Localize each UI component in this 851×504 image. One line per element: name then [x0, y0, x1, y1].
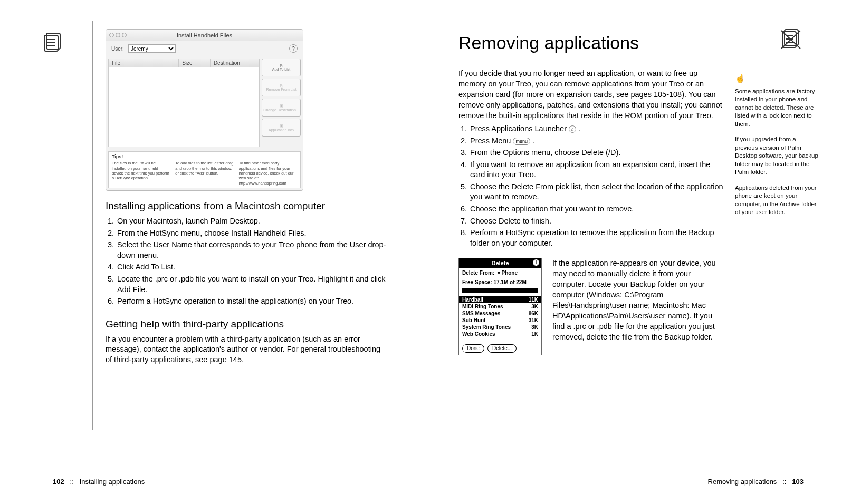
user-dropdown[interactable]: Jeremy: [128, 44, 176, 53]
removing-step: From the Options menu, choose Delete (/D…: [469, 148, 724, 158]
delete-app-item[interactable]: Sub Hunt31K: [462, 317, 538, 324]
removing-step: Choose the Delete From pick list, then s…: [469, 182, 724, 202]
left-page: Install Handheld Files User: Jeremy ? Fi…: [0, 0, 429, 504]
removing-step: If you want to remove an application fro…: [469, 160, 724, 180]
heading-install-mac: Installing applications from a Macintosh…: [106, 200, 387, 212]
heading-third-party-help: Getting help with third-party applicatio…: [106, 318, 387, 330]
tips-title: Tips!: [112, 154, 297, 160]
tips-panel: Tips! The files in the list will be inst…: [108, 151, 301, 188]
right-page: Removing applications If you decide that…: [429, 0, 851, 504]
install-step: Select the User Name that corresponds to…: [116, 240, 387, 260]
removing-apps-icon: [779, 25, 805, 51]
install-handheld-files-screenshot: Install Handheld Files User: Jeremy ? Fi…: [106, 29, 303, 191]
left-vertical-rule: [92, 21, 93, 430]
col-destination: Destination: [211, 59, 259, 67]
delete-app-item[interactable]: MIDI Ring Tones3K: [462, 303, 538, 310]
removing-intro: If you decide that you no longer need an…: [458, 68, 724, 121]
footer-section-label: Installing applications: [80, 478, 145, 486]
footer-right: Removing applications :: 103: [708, 478, 804, 486]
launcher-icon: ⌂: [569, 125, 576, 133]
install-step: Locate the .prc or .pdb file you want to…: [116, 274, 387, 295]
removing-step: Choose the application that you want to …: [469, 204, 724, 215]
delete-from-picklist[interactable]: ▾ Phone: [496, 269, 518, 277]
delete-app-list[interactable]: Hardball11KMIDI Ring Tones3KSMS Messages…: [459, 295, 541, 340]
delete-button[interactable]: Delete...: [487, 344, 517, 353]
delete-app-item[interactable]: Hardball11K: [459, 296, 541, 303]
done-button[interactable]: Done: [462, 344, 484, 353]
install-steps: On your Macintosh, launch Palm Desktop. …: [106, 216, 387, 307]
help-icon[interactable]: ?: [289, 44, 298, 53]
user-label: User:: [111, 46, 124, 52]
removing-step: Perform a HotSync operation to remove th…: [469, 228, 724, 248]
right-vertical-rule: [726, 21, 726, 430]
delete-app-item[interactable]: Web Cookies1K: [462, 331, 538, 337]
window-title: Install Handheld Files: [106, 32, 303, 38]
remove-from-list-button[interactable]: ⎘Remove From List: [262, 79, 301, 96]
menu-icon: menu: [513, 138, 530, 145]
free-space-bar: [462, 288, 538, 293]
delete-app-item[interactable]: System Ring Tones3K: [462, 324, 538, 331]
tip-2: To add files to the list, either drag an…: [175, 161, 233, 186]
removing-step: Choose Delete to finish.: [469, 216, 724, 227]
delete-from-row: Delete From: ▾ Phone: [459, 268, 541, 278]
removing-step: Press Menu menu .: [469, 136, 724, 147]
install-step: Click Add To List.: [116, 262, 387, 273]
delete-dialog-title: Delete i: [459, 258, 541, 268]
page-number: 102: [53, 478, 64, 486]
add-to-list-button[interactable]: ⎘Add To List: [262, 59, 301, 76]
pointing-hand-icon: ☝: [735, 73, 819, 84]
change-destination-button[interactable]: ▣Change Destination...: [262, 99, 301, 117]
sidebar-notes: ☝ Some applications are factory-installe…: [735, 73, 819, 224]
tip-1: The files in the list will be installed …: [112, 161, 170, 186]
footer-left: 102 :: Installing applications: [53, 478, 145, 486]
install-step: Perform a HotSync operation to install t…: [116, 296, 387, 307]
footer-section-label: Removing applications: [708, 478, 777, 486]
sidebar-note: Applications deleted from your phone are…: [735, 184, 819, 217]
info-icon[interactable]: i: [533, 259, 539, 266]
removing-steps: Press Applications Launcher ⌂ . Press Me…: [458, 124, 724, 248]
page-title: Removing applications: [458, 33, 825, 53]
page-number: 103: [792, 478, 804, 486]
install-step: On your Macintosh, launch Palm Desktop.: [116, 216, 387, 227]
delete-app-item[interactable]: SMS Messages86K: [462, 310, 538, 317]
col-size: Size: [179, 59, 211, 67]
third-party-help-body: If a you encounter a problem with a thir…: [106, 334, 387, 365]
file-table: File Size Destination: [108, 59, 260, 147]
col-file: File: [109, 59, 179, 67]
document-icon: [41, 29, 66, 54]
sidebar-note: Some applications are factory-installed …: [735, 88, 819, 129]
delete-dialog-screenshot: Delete i Delete From: ▾ Phone Free Space…: [458, 258, 542, 355]
free-space-label: Free Space: 17.1M of 22M: [459, 278, 541, 287]
reappear-paragraph: If the application re-appears on your de…: [552, 258, 724, 342]
install-step: From the HotSync menu, choose Install Ha…: [116, 228, 387, 239]
removing-step: Press Applications Launcher ⌂ .: [469, 124, 724, 134]
application-info-button[interactable]: ▣Application Info: [262, 119, 301, 137]
sidebar-note: If you upgraded from a previous version …: [735, 135, 819, 177]
horizontal-rule: [458, 57, 819, 57]
tip-3: To find other third party applications a…: [239, 161, 297, 186]
